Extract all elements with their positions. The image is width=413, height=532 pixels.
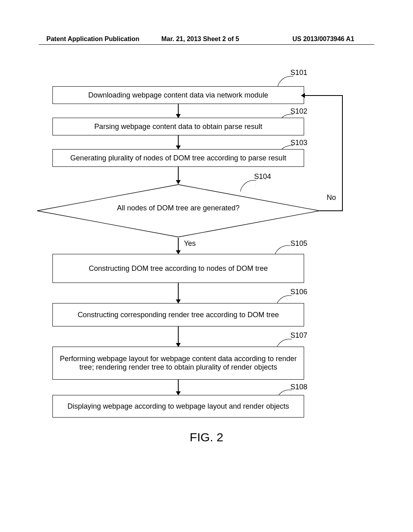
decision-s104-text: All nodes of DOM tree are generated? [35, 204, 321, 212]
no-edge-seg2 [342, 95, 343, 211]
header-left: Patent Application Publication [46, 35, 140, 43]
step-s107: Performing webpage layout for webpage co… [52, 347, 304, 380]
step-label-s101: S101 [290, 69, 307, 77]
step-s105-text: Constructing DOM tree according to nodes… [89, 264, 268, 273]
step-label-s107: S107 [290, 331, 307, 340]
step-s108: Displaying webpage according to webpage … [52, 395, 304, 418]
step-s102-text: Parsing webpage content data to obtain p… [94, 123, 262, 131]
arrow-s107-s108 [178, 380, 179, 395]
step-label-s108: S108 [290, 383, 307, 391]
page: Patent Application Publication Mar. 21, … [0, 0, 413, 532]
figure-caption: FIG. 2 [0, 430, 413, 444]
no-edge-seg3 [304, 95, 343, 96]
step-label-s104: S104 [254, 172, 271, 181]
step-s103: Generating plurality of nodes of DOM tre… [52, 149, 304, 167]
decision-s104: All nodes of DOM tree are generated? [35, 184, 321, 239]
arrow-s102-s103 [178, 135, 179, 149]
step-s105: Constructing DOM tree according to nodes… [52, 254, 304, 283]
header-middle: Mar. 21, 2013 Sheet 2 of 5 [161, 35, 239, 43]
step-s101-text: Downloading webpage content data via net… [88, 91, 268, 100]
step-s107-text: Performing webpage layout for webpage co… [58, 355, 299, 372]
step-label-s106: S106 [290, 288, 307, 296]
step-s102: Parsing webpage content data to obtain p… [52, 118, 304, 135]
arrow-s105-s106 [178, 283, 179, 303]
step-s106-text: Constructing corresponding render tree a… [77, 311, 279, 319]
step-label-s105: S105 [290, 239, 307, 248]
no-edge-seg1 [319, 210, 343, 211]
arrow-s101-s102 [178, 104, 179, 118]
decision-no-label: No [327, 193, 336, 202]
header-right: US 2013/0073946 A1 [292, 35, 354, 43]
step-s101: Downloading webpage content data via net… [52, 86, 304, 104]
step-s103-text: Generating plurality of nodes of DOM tre… [70, 154, 286, 162]
no-edge-arrowhead [301, 93, 305, 98]
decision-yes-label: Yes [184, 239, 196, 248]
header-rule [39, 44, 374, 45]
step-s108-text: Displaying webpage according to webpage … [67, 402, 289, 411]
arrow-s106-s107 [178, 326, 179, 347]
arrow-s103-s104 [178, 167, 179, 184]
step-s106: Constructing corresponding render tree a… [52, 303, 304, 326]
arrow-s104-s105 [178, 238, 179, 254]
